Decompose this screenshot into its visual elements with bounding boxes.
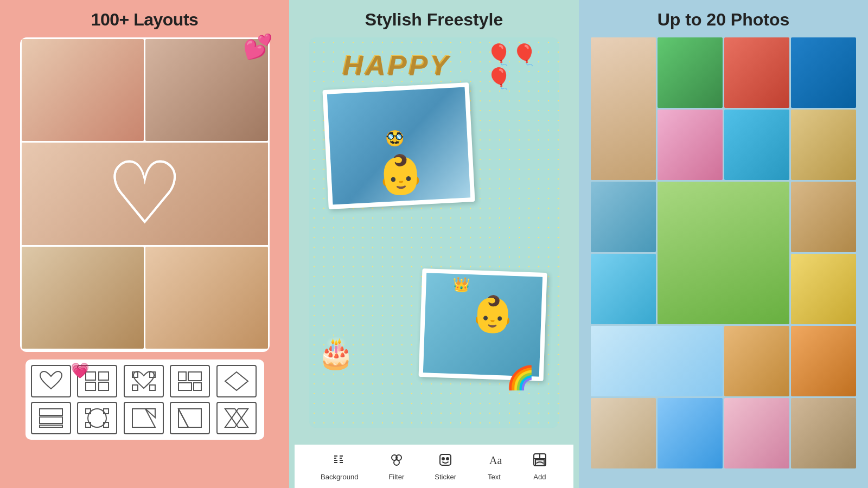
mosaic-photo-13 — [591, 326, 723, 396]
layout-thumb-diag2[interactable] — [170, 402, 210, 434]
mustache-sticker: 🥸 — [385, 129, 404, 147]
mosaic-photo-2 — [658, 37, 723, 108]
svg-marker-23 — [178, 409, 201, 427]
heart-shape-icon: ♡ — [106, 150, 183, 237]
photo-mosaic — [591, 37, 857, 477]
collage-photo-2 — [145, 39, 268, 141]
mosaic-photo-16 — [591, 398, 656, 468]
mosaic-photo-3 — [724, 37, 789, 108]
mosaic-photo-18 — [724, 398, 789, 468]
layout-thumb-grid4[interactable] — [77, 365, 117, 397]
panel1-title: 100+ Layouts — [91, 10, 199, 30]
collage-photo-5 — [145, 247, 268, 349]
svg-marker-12 — [225, 372, 248, 390]
svg-rect-9 — [188, 372, 201, 381]
add-icon — [532, 452, 547, 471]
svg-point-37 — [394, 460, 399, 465]
svg-marker-22 — [145, 409, 155, 418]
mosaic-photo-12 — [791, 254, 856, 324]
mosaic-photo-8 — [591, 182, 656, 252]
background-icon — [332, 452, 347, 471]
layout-thumb-circle[interactable] — [77, 402, 117, 434]
filter-icon — [389, 452, 404, 471]
freestyle-toolbar: Background Filter Sticker — [295, 445, 573, 488]
mosaic-photo-9 — [658, 182, 789, 324]
mosaic-photo-5 — [658, 110, 723, 180]
collage-photo-1 — [22, 39, 144, 141]
mosaic-photo-7 — [791, 110, 856, 180]
layout-thumb-diag1[interactable] — [124, 402, 164, 434]
layout-thumb-heart2[interactable] — [124, 365, 164, 397]
tool-filter[interactable]: Filter — [388, 452, 404, 481]
collage-preview: ♡ — [20, 37, 270, 352]
svg-rect-11 — [194, 383, 201, 390]
collage-photo-4 — [22, 247, 144, 349]
svg-point-39 — [442, 458, 444, 460]
mosaic-photo-15 — [791, 326, 856, 396]
sticker-icon — [438, 452, 453, 471]
mosaic-photo-17 — [658, 398, 723, 468]
mosaic-photo-11 — [591, 254, 656, 324]
cake-sticker: 🎂 — [317, 336, 355, 371]
crown-sticker: 👑 — [452, 276, 470, 293]
layout-thumbnails — [25, 359, 264, 440]
tool-text[interactable]: Aa Text — [487, 452, 502, 481]
tool-sticker[interactable]: Sticker — [435, 452, 456, 481]
freestyle-canvas: HAPPY 🎈🎈🎈 👶 🥸 👑 👶 🎂 — [309, 37, 559, 428]
sticker-label: Sticker — [435, 473, 456, 481]
svg-rect-14 — [40, 417, 62, 423]
svg-marker-24 — [178, 409, 188, 427]
svg-rect-2 — [86, 382, 95, 390]
happy-text-sticker: HAPPY — [342, 48, 450, 81]
layout-thumb-grid5[interactable] — [170, 365, 210, 397]
mosaic-photo-19 — [791, 398, 856, 468]
rainbow-sticker: 🌈 — [506, 364, 534, 391]
text-label: Text — [488, 473, 501, 481]
svg-rect-6 — [132, 385, 138, 390]
svg-marker-26 — [225, 409, 248, 427]
panel-photos: Up to 20 Photos — [579, 0, 868, 488]
mosaic-photo-6 — [724, 110, 789, 180]
svg-rect-7 — [150, 385, 155, 390]
filter-label: Filter — [388, 473, 404, 481]
svg-text:Aa: Aa — [489, 454, 502, 466]
svg-rect-3 — [99, 382, 108, 390]
mosaic-photo-10 — [791, 182, 856, 252]
layout-thumb-heart[interactable] — [31, 365, 71, 397]
svg-marker-21 — [132, 409, 155, 427]
svg-rect-13 — [40, 409, 62, 415]
baby-figure-1: 👶 — [375, 151, 425, 198]
mosaic-photo-4 — [791, 37, 856, 108]
photo-card-2-image: 👑 👶 — [423, 273, 542, 376]
panel3-title: Up to 20 Photos — [658, 10, 790, 30]
panel2-title: Stylish Freestyle — [365, 10, 503, 30]
layout-thumb-3rect[interactable] — [31, 402, 71, 434]
svg-rect-8 — [178, 372, 186, 381]
svg-rect-1 — [99, 372, 108, 380]
svg-rect-0 — [86, 372, 95, 380]
layout-thumb-diamond[interactable] — [216, 365, 257, 397]
svg-rect-10 — [178, 383, 192, 390]
svg-rect-15 — [40, 425, 62, 427]
baby-figure-2: 👶 — [470, 293, 515, 335]
background-label: Background — [321, 473, 358, 481]
balloon-sticker: 🎈🎈🎈 — [486, 43, 537, 91]
svg-point-40 — [446, 458, 449, 460]
mosaic-photo-1 — [591, 37, 656, 180]
mosaic-photo-14 — [724, 326, 789, 396]
panel-freestyle: Stylish Freestyle HAPPY 🎈🎈🎈 👶 🥸 👑 👶 — [289, 0, 579, 488]
tool-background[interactable]: Background — [321, 452, 358, 481]
add-label: Add — [533, 473, 546, 481]
layout-thumb-cross[interactable] — [216, 402, 257, 434]
tool-add[interactable]: Add — [532, 452, 547, 481]
panel-layouts: 100+ Layouts ♡ 💕 💗 — [0, 0, 289, 488]
collage-heart-cell: ♡ — [22, 143, 268, 245]
text-icon: Aa — [487, 452, 502, 471]
